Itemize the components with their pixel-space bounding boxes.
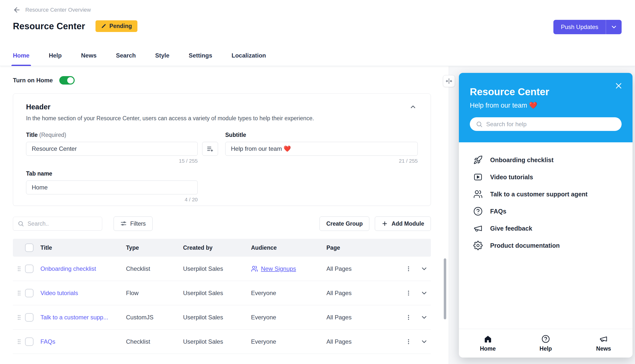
preview-nav-label: Home xyxy=(480,346,496,352)
tab-style[interactable]: Style xyxy=(155,45,169,66)
push-updates-dropdown-button[interactable] xyxy=(606,20,621,34)
vertical-scrollbar[interactable] xyxy=(444,258,446,319)
home-toggle-label: Turn on Home xyxy=(13,77,53,84)
preview-item-faqs[interactable]: FAQs xyxy=(473,206,622,216)
subtitle-input[interactable] xyxy=(225,142,418,156)
kebab-icon xyxy=(405,314,412,320)
resource-center-preview: Resource Center Help from our team ❤️ On… xyxy=(459,73,632,358)
create-group-button[interactable]: Create Group xyxy=(319,216,369,231)
filters-button[interactable]: Filters xyxy=(114,216,153,231)
module-title-link[interactable]: FAQs xyxy=(41,338,126,345)
collapse-card-button[interactable] xyxy=(408,102,418,112)
modules-search-box[interactable] xyxy=(13,217,102,230)
add-module-button[interactable]: Add Module xyxy=(375,216,431,231)
preview-item-label: Give feedback xyxy=(490,225,532,232)
preview-item-give-feedback[interactable]: Give feedback xyxy=(473,224,622,233)
list-plus-icon xyxy=(207,145,214,152)
status-badge[interactable]: Pending xyxy=(96,20,137,32)
plus-icon xyxy=(381,220,388,227)
top-header: Resource Center Overview Resource Center… xyxy=(0,0,635,66)
preview-body: Onboarding checklist Video tutorials Tal… xyxy=(459,142,632,329)
select-all-checkbox[interactable] xyxy=(25,244,34,252)
drag-handle-icon[interactable] xyxy=(13,266,25,272)
col-audience: Audience xyxy=(251,244,326,251)
status-badge-label: Pending xyxy=(109,23,132,30)
title-input[interactable] xyxy=(26,142,198,156)
tabname-counter: 4 / 20 xyxy=(26,197,198,202)
preview-nav-label: Help xyxy=(539,346,552,352)
insert-variable-button[interactable] xyxy=(202,142,218,156)
row-checkbox[interactable] xyxy=(25,264,34,273)
module-type: Flow xyxy=(126,290,183,296)
preview-header: Resource Center Help from our team ❤️ xyxy=(459,73,632,142)
preview-item-onboarding-checklist[interactable]: Onboarding checklist xyxy=(473,155,622,165)
tab-help[interactable]: Help xyxy=(49,45,62,66)
module-audience: Everyone xyxy=(251,338,326,345)
breadcrumb-label[interactable]: Resource Center Overview xyxy=(25,7,91,13)
row-checkbox[interactable] xyxy=(25,338,34,346)
modules-search-input[interactable] xyxy=(28,220,98,227)
row-checkbox[interactable] xyxy=(25,313,34,322)
row-expand-button[interactable] xyxy=(417,338,431,346)
modules-table: Title Type Created by Audience Page Onbo… xyxy=(13,239,431,354)
module-title-link[interactable]: Onboarding checklist xyxy=(41,265,126,272)
tab-news[interactable]: News xyxy=(81,45,97,66)
home-toggle[interactable] xyxy=(59,76,75,84)
close-icon[interactable] xyxy=(614,81,623,91)
filters-label: Filters xyxy=(130,220,146,227)
chevron-up-icon xyxy=(409,103,417,110)
row-menu-button[interactable] xyxy=(400,338,417,345)
tab-name-input[interactable] xyxy=(26,180,198,194)
video-icon xyxy=(473,172,483,182)
home-icon xyxy=(484,335,492,343)
drag-handle-icon[interactable] xyxy=(13,290,25,296)
tab-localization[interactable]: Localization xyxy=(232,45,266,66)
row-menu-button[interactable] xyxy=(400,314,417,320)
preview-item-product-documentation[interactable]: Product documentation xyxy=(473,241,622,250)
title-field-label: Title (Required) xyxy=(26,132,218,138)
chevron-down-icon xyxy=(420,289,428,297)
subtitle-counter: 21 / 255 xyxy=(225,158,418,164)
module-title-link[interactable]: Talk to a customer supp... xyxy=(41,314,126,321)
table-row: Video tutorials Flow Userpilot Sales Eve… xyxy=(13,281,431,305)
rocket-icon xyxy=(473,155,483,165)
megaphone-icon xyxy=(473,224,483,233)
preview-item-label: FAQs xyxy=(490,208,506,215)
preview-nav-home[interactable]: Home xyxy=(459,329,517,358)
push-updates-button[interactable]: Push Updates xyxy=(553,20,606,34)
drag-handle-icon[interactable] xyxy=(13,338,25,345)
preview-item-video-tutorials[interactable]: Video tutorials xyxy=(473,172,622,182)
row-menu-button[interactable] xyxy=(400,290,417,296)
row-expand-button[interactable] xyxy=(417,265,431,272)
main-content: Turn on Home Header In the home section … xyxy=(0,66,446,364)
tab-home[interactable]: Home xyxy=(13,45,30,66)
module-title-link[interactable]: Video tutorials xyxy=(41,290,126,296)
tab-settings[interactable]: Settings xyxy=(189,45,212,66)
push-updates-group: Push Updates xyxy=(553,20,621,34)
table-row: Talk to a customer supp... CustomJS User… xyxy=(13,305,431,330)
subtitle-field-label: Subtitle xyxy=(225,132,418,138)
collapse-panel-handle[interactable] xyxy=(443,75,455,87)
back-arrow-icon[interactable] xyxy=(13,6,21,14)
tab-bar: Home Help News Search Style Settings Loc… xyxy=(13,45,266,66)
preview-nav-news[interactable]: News xyxy=(575,329,632,358)
row-checkbox[interactable] xyxy=(25,289,34,297)
preview-nav-help[interactable]: Help xyxy=(517,329,574,358)
tab-search[interactable]: Search xyxy=(116,45,136,66)
module-page: All Pages xyxy=(326,265,400,272)
preview-item-label: Video tutorials xyxy=(490,174,533,181)
preview-bottom-nav: Home Help News xyxy=(459,329,632,358)
users-icon xyxy=(251,265,258,272)
preview-search-input[interactable] xyxy=(486,121,616,128)
users-icon xyxy=(473,190,483,199)
breadcrumb[interactable]: Resource Center Overview xyxy=(13,6,91,14)
preview-search-box[interactable] xyxy=(470,117,621,131)
preview-item-support-agent[interactable]: Talk to a customer support agent xyxy=(473,190,622,199)
drag-handle-icon[interactable] xyxy=(13,314,25,320)
row-menu-button[interactable] xyxy=(400,266,417,272)
audience-link[interactable]: New Signups xyxy=(251,265,326,272)
row-expand-button[interactable] xyxy=(417,314,431,321)
module-page: All Pages xyxy=(326,338,400,345)
row-expand-button[interactable] xyxy=(417,289,431,297)
module-page: All Pages xyxy=(326,290,400,296)
